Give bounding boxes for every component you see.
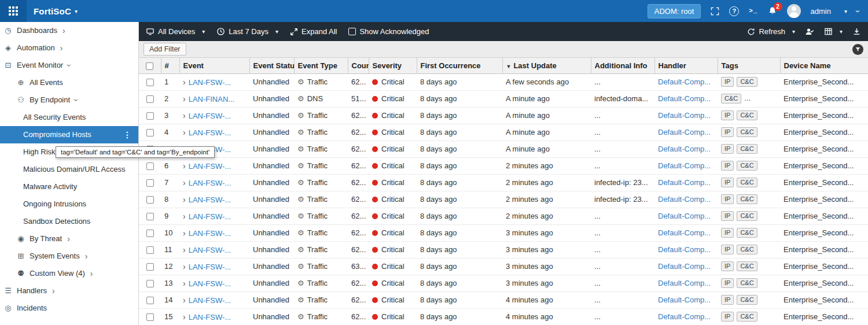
- sidebar-item-automation[interactable]: ◈Automation›: [0, 39, 138, 57]
- row-checkbox[interactable]: [146, 95, 154, 103]
- expand-row-icon[interactable]: ›: [183, 195, 186, 204]
- row-checkbox[interactable]: [146, 246, 154, 254]
- item-menu-dots-icon[interactable]: ⋮: [121, 130, 134, 139]
- select-all-checkbox[interactable]: [146, 62, 153, 70]
- sidebar-item-sandbox-detections[interactable]: Sandbox Detections: [0, 213, 138, 230]
- row-checkbox-cell[interactable]: [139, 208, 161, 224]
- handler-link[interactable]: Default-Comp...: [658, 145, 711, 153]
- event-row[interactable]: 4 ›LAN-FSW-... Unhandled ⚙Traffic 62... …: [139, 124, 868, 141]
- show-acknowledged-toggle[interactable]: Show Acknowledged: [348, 27, 429, 36]
- event-link[interactable]: LAN-FSW-...: [189, 128, 231, 137]
- user-menu-caret-down-icon[interactable]: ▾: [844, 8, 847, 14]
- handler-link[interactable]: Default-Comp...: [658, 128, 711, 136]
- event-row[interactable]: 13 ›LAN-FSW-... Unhandled ⚙Traffic 62...…: [139, 275, 868, 291]
- row-checkbox[interactable]: [146, 213, 154, 220]
- handler-link[interactable]: Default-Comp...: [658, 279, 711, 287]
- column-header-event-status[interactable]: Event Status: [249, 58, 294, 73]
- expand-row-icon[interactable]: ›: [183, 212, 186, 221]
- sidebar-item-ongoing-intrusions[interactable]: Ongoing Intrusions: [0, 195, 138, 213]
- row-checkbox-cell[interactable]: [139, 174, 161, 191]
- event-row[interactable]: 9 ›LAN-FSW-... Unhandled ⚙Traffic 62... …: [139, 208, 868, 224]
- sidebar-item-malicious-domain-url-access[interactable]: Malicious Domain/URL Access: [0, 161, 138, 178]
- expand-row-icon[interactable]: ›: [183, 245, 186, 254]
- assign-user-button[interactable]: [805, 27, 814, 36]
- row-checkbox[interactable]: [146, 263, 154, 271]
- column-header-tags[interactable]: Tags: [718, 58, 780, 73]
- event-row[interactable]: 1 ›LAN-FSW-... Unhandled ⚙Traffic 62... …: [139, 73, 868, 90]
- row-checkbox-cell[interactable]: [139, 124, 161, 141]
- notifications-bell-icon[interactable]: 2: [768, 6, 777, 16]
- row-checkbox-cell[interactable]: [139, 241, 161, 258]
- help-icon[interactable]: ?: [729, 6, 739, 16]
- adom-selector-button[interactable]: ADOM: root: [648, 4, 701, 19]
- handler-link[interactable]: Default-Comp...: [658, 296, 711, 304]
- handler-link[interactable]: Default-Comp...: [658, 77, 711, 86]
- sidebar-item-system-events[interactable]: ⊞System Events›: [0, 248, 138, 265]
- event-link[interactable]: LAN-FSW-...: [189, 212, 231, 221]
- column-header-event[interactable]: Event: [179, 58, 249, 73]
- time-range-dropdown[interactable]: Last 7 Days ▾: [216, 27, 278, 36]
- handler-link[interactable]: Default-Comp...: [658, 94, 711, 103]
- show-acknowledged-checkbox[interactable]: [348, 28, 356, 35]
- column-settings-button[interactable]: ▾: [824, 27, 843, 36]
- column-header-event-type[interactable]: Event Type: [294, 58, 348, 73]
- column-header-first-occurrence[interactable]: First Occurrence: [417, 58, 502, 73]
- row-checkbox-cell[interactable]: [139, 90, 161, 107]
- row-checkbox[interactable]: [146, 112, 154, 120]
- fullscreen-icon[interactable]: [711, 7, 719, 16]
- sidebar-item-all-security-events[interactable]: All Security Events: [0, 109, 138, 126]
- handler-link[interactable]: Default-Comp...: [658, 312, 711, 321]
- event-row[interactable]: 14 ›LAN-FSW-... Unhandled ⚙Traffic 62...…: [139, 291, 868, 308]
- event-row[interactable]: 10 ›LAN-FSW-... Unhandled ⚙Traffic 62...…: [139, 224, 868, 241]
- event-link[interactable]: LAN-FSW-...: [189, 229, 231, 238]
- row-checkbox-cell[interactable]: [139, 308, 161, 325]
- row-checkbox-cell[interactable]: [139, 191, 161, 208]
- collapse-chevron-down-icon[interactable]: ›: [854, 10, 863, 13]
- row-checkbox-cell[interactable]: [139, 275, 161, 291]
- expand-row-icon[interactable]: ›: [183, 296, 186, 305]
- sidebar-item-handlers[interactable]: ☰Handlers›: [0, 282, 138, 300]
- sidebar-item-event-monitor[interactable]: ⊡Event Monitor›: [0, 57, 138, 74]
- event-row[interactable]: 2 ›LAN-FINAN... Unhandled ⚙DNS 51... Cri…: [139, 90, 868, 107]
- event-row[interactable]: 6 ›LAN-FSW-... Unhandled ⚙Traffic 62... …: [139, 157, 868, 174]
- username-label[interactable]: admin: [811, 7, 831, 16]
- product-caret-down-icon[interactable]: ▾: [75, 8, 78, 14]
- row-checkbox-cell[interactable]: [139, 258, 161, 275]
- expand-all-button[interactable]: Expand All: [290, 27, 337, 36]
- column-header-handler[interactable]: Handler: [654, 58, 718, 73]
- row-checkbox-cell[interactable]: [139, 224, 161, 241]
- filter-settings-button[interactable]: [852, 44, 863, 55]
- devices-dropdown[interactable]: All Devices ▾: [146, 27, 205, 36]
- event-link[interactable]: LAN-FSW-...: [189, 195, 231, 204]
- sidebar-item-malware-activity[interactable]: Malware Activity: [0, 178, 138, 195]
- event-row[interactable]: 5 ›LAN-FSW-... Unhandled ⚙Traffic 62... …: [139, 141, 868, 157]
- row-checkbox[interactable]: [146, 162, 154, 170]
- sidebar-item-incidents[interactable]: ◎Incidents: [0, 300, 138, 317]
- sidebar-item-by-endpoint[interactable]: ⚇By Endpoint›: [0, 91, 138, 109]
- event-link[interactable]: LAN-FSW-...: [189, 263, 231, 271]
- expand-row-icon[interactable]: ›: [183, 128, 186, 137]
- event-row[interactable]: 15 ›LAN-FSW-... Unhandled ⚙Traffic 62...…: [139, 308, 868, 325]
- sidebar-item-compromised-hosts[interactable]: Compromised Hosts⋮: [0, 126, 138, 143]
- event-row[interactable]: 8 ›LAN-FSW-... Unhandled ⚙Traffic 62... …: [139, 191, 868, 208]
- column-header-additional-info[interactable]: Additional Info: [591, 58, 654, 73]
- handler-link[interactable]: Default-Comp...: [658, 195, 711, 204]
- event-link[interactable]: LAN-FSW-...: [189, 78, 231, 87]
- sidebar-item-by-threat[interactable]: ◉By Threat›: [0, 230, 138, 248]
- expand-row-icon[interactable]: ›: [183, 161, 186, 171]
- event-link[interactable]: LAN-FSW-...: [189, 179, 231, 187]
- row-checkbox[interactable]: [146, 297, 154, 304]
- event-row[interactable]: 11 ›LAN-FSW-... Unhandled ⚙Traffic 62...…: [139, 241, 868, 258]
- event-link[interactable]: LAN-FSW-...: [189, 162, 231, 171]
- event-link[interactable]: LAN-FINAN...: [189, 95, 234, 104]
- row-checkbox-cell[interactable]: [139, 291, 161, 308]
- column-header-last-update[interactable]: ▼Last Update: [502, 58, 591, 73]
- expand-row-icon[interactable]: ›: [183, 312, 186, 322]
- handler-link[interactable]: Default-Comp...: [658, 262, 711, 271]
- handler-link[interactable]: Default-Comp...: [658, 161, 711, 170]
- row-checkbox-cell[interactable]: [139, 73, 161, 90]
- row-checkbox[interactable]: [146, 179, 154, 187]
- expand-row-icon[interactable]: ›: [183, 77, 186, 87]
- row-checkbox[interactable]: [146, 313, 154, 321]
- expand-row-icon[interactable]: ›: [183, 279, 186, 288]
